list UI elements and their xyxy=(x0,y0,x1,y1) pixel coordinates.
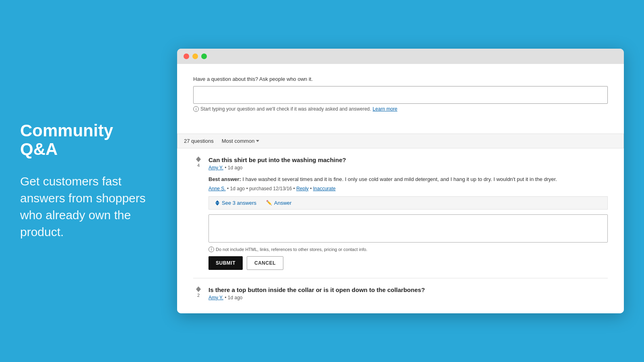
submit-button[interactable]: SUBMIT xyxy=(208,256,243,270)
browser-titlebar xyxy=(177,49,624,64)
page-title: Community Q&A xyxy=(20,121,149,158)
sort-label: Most common xyxy=(222,138,255,144)
filter-bar: 27 questions Most common xyxy=(177,134,624,148)
answerer-link[interactable]: Anne S. xyxy=(208,186,226,191)
form-actions: SUBMIT CANCEL xyxy=(208,256,608,270)
arrow-down-icon xyxy=(196,159,201,162)
question-row: 4 Can this shirt be put into the washing… xyxy=(193,156,608,171)
vote-block-2: 2 xyxy=(193,286,204,298)
answer-label: Answer xyxy=(274,200,291,206)
form-hint-text: Do not include HTML, links, references t… xyxy=(216,247,367,252)
reply-link[interactable]: Reply xyxy=(296,186,309,191)
vote-arrows-2[interactable] xyxy=(196,286,201,292)
page-subtitle: Get customers fast answers from shoppers… xyxy=(20,173,149,241)
inaccurate-link[interactable]: Inaccurate xyxy=(313,186,336,191)
table-row: 4 Can this shirt be put into the washing… xyxy=(193,148,608,278)
form-hint: i Do not include HTML, links, references… xyxy=(208,247,608,252)
answers-action-bar: See 3 answers ✏️ Answer xyxy=(208,196,608,210)
info-icon: i xyxy=(193,106,199,112)
ask-section: Have a question about this? Ask people w… xyxy=(177,64,624,134)
arrow-up-icon-2 xyxy=(196,286,201,289)
chevron-down-icon xyxy=(256,140,259,142)
ask-hint: i Start typing your question and we'll c… xyxy=(193,106,608,112)
questions-count: 27 questions xyxy=(184,138,214,144)
pencil-icon: ✏️ xyxy=(266,200,272,206)
arrow-down-icon-2 xyxy=(196,289,201,292)
vote-count-2: 2 xyxy=(197,293,200,298)
answer-button[interactable]: ✏️ Answer xyxy=(266,200,291,206)
toggle-down-icon xyxy=(215,203,219,206)
browser-content: Have a question about this? Ask people w… xyxy=(177,64,624,313)
best-answer-label: Best answer: xyxy=(208,176,241,182)
answer-form: i Do not include HTML, links, references… xyxy=(208,214,608,270)
cancel-button[interactable]: CANCEL xyxy=(247,256,283,270)
question-row-2: 2 Is there a top button inside the colla… xyxy=(193,286,608,300)
toggle-up-icon xyxy=(215,200,219,203)
traffic-light-red[interactable] xyxy=(184,53,189,59)
sort-dropdown[interactable]: Most common xyxy=(222,138,260,144)
answer-meta: Anne S. • 1d ago • purchased 12/13/16 • … xyxy=(208,186,608,191)
asked-time: • 1d ago xyxy=(225,165,242,171)
ask-label: Have a question about this? Ask people w… xyxy=(193,76,608,82)
purchase-info: • purchased 12/13/16 xyxy=(246,186,292,191)
traffic-light-green[interactable] xyxy=(201,53,207,59)
see-answers-label: See 3 answers xyxy=(222,200,256,206)
traffic-light-yellow[interactable] xyxy=(192,53,198,59)
ask-input[interactable] xyxy=(193,86,608,104)
asker-link-2[interactable]: Amy Y. xyxy=(208,295,223,300)
vote-count: 4 xyxy=(197,163,200,168)
asked-time-2: • 1d ago xyxy=(225,295,242,300)
vote-arrows[interactable] xyxy=(196,156,201,162)
left-panel: Community Q&A Get customers fast answers… xyxy=(0,97,169,265)
question-meta-2: Amy Y. • 1d ago xyxy=(208,295,608,300)
question-text: Can this shirt be put into the washing m… xyxy=(208,156,608,163)
best-answer-content: I have washed it several times and it is… xyxy=(243,176,557,182)
answer-time: • 1d ago xyxy=(227,186,245,191)
vote-block: 4 xyxy=(193,156,204,168)
question-body: Can this shirt be put into the washing m… xyxy=(208,156,608,171)
question-meta: Amy Y. • 1d ago xyxy=(208,165,608,171)
browser-window: Have a question about this? Ask people w… xyxy=(177,49,624,313)
toggle-icon xyxy=(215,200,219,206)
best-answer-text: Best answer: I have washed it several ti… xyxy=(208,175,608,183)
answer-textarea[interactable] xyxy=(208,214,608,243)
arrow-up-icon xyxy=(196,156,201,159)
asker-link[interactable]: Amy Y. xyxy=(208,165,223,171)
form-info-icon: i xyxy=(208,247,214,252)
qa-list: 4 Can this shirt be put into the washing… xyxy=(177,148,624,313)
question-text-2: Is there a top button inside the collar … xyxy=(208,286,608,293)
learn-more-link[interactable]: Learn more xyxy=(373,106,397,112)
table-row: 2 Is there a top button inside the colla… xyxy=(193,278,608,313)
question-body-2: Is there a top button inside the collar … xyxy=(208,286,608,300)
separator2: • xyxy=(310,186,313,191)
best-answer-block: Best answer: I have washed it several ti… xyxy=(208,175,608,191)
ask-hint-text: Start typing your question and we'll che… xyxy=(200,106,371,112)
see-answers-button[interactable]: See 3 answers xyxy=(215,200,256,206)
